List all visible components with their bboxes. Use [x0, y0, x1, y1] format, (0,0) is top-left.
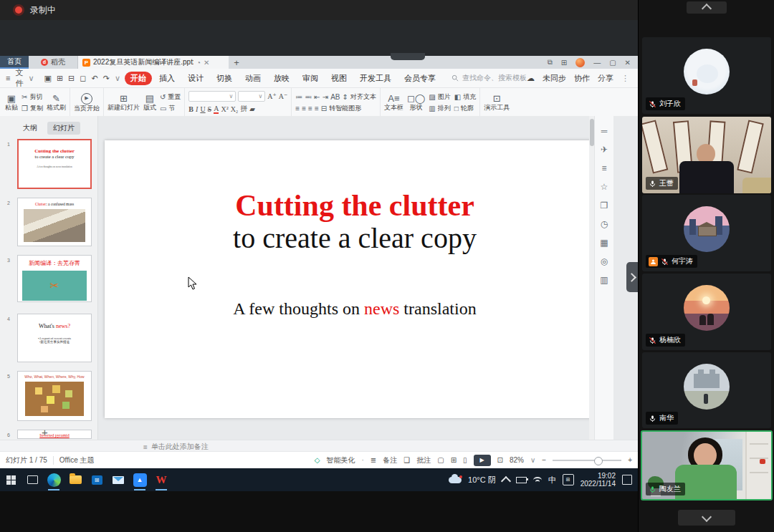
slides-tab[interactable]: 幻灯片: [47, 122, 80, 135]
strikethrough-button[interactable]: S: [208, 105, 212, 113]
close-tab-icon[interactable]: ✕: [204, 59, 209, 67]
copy-button[interactable]: ❐复制: [22, 104, 43, 113]
distribute-icon[interactable]: ⊟: [321, 105, 327, 112]
more-history-caret[interactable]: ∨: [115, 74, 120, 83]
phonetic-button[interactable]: 拼: [240, 104, 247, 114]
ime-pad-icon[interactable]: ⊞: [563, 474, 574, 485]
start-button[interactable]: [0, 468, 22, 491]
main-menu-icon[interactable]: ≡: [6, 74, 10, 82]
slide-canvas[interactable]: Cutting the clutter to create a clear co…: [105, 140, 605, 418]
outline-tab[interactable]: 大纲: [17, 122, 43, 135]
fill-button[interactable]: ◧填充: [454, 92, 476, 102]
text-box-button[interactable]: A≡文本框: [384, 93, 403, 112]
menu-tab-member[interactable]: 会员专享: [398, 72, 441, 85]
navigator-icon[interactable]: ◎: [601, 256, 608, 266]
comments-button[interactable]: 批注: [416, 455, 431, 465]
zoom-level[interactable]: 82%: [510, 456, 524, 464]
menu-tab-insert[interactable]: 插入: [153, 72, 181, 85]
align-left-icon[interactable]: ≡: [295, 105, 300, 112]
notes-bar[interactable]: + ≡单击此处添加备注: [0, 440, 638, 452]
new-slide-button[interactable]: ⊞新建幻灯片: [108, 93, 140, 112]
collaborate-button[interactable]: 协作: [574, 73, 590, 84]
ime-language[interactable]: 中: [548, 475, 556, 485]
menu-tab-slideshow[interactable]: 放映: [268, 72, 295, 85]
slide-thumbnail-3[interactable]: 新闻编译：去芜存菁 ✂: [17, 255, 92, 302]
file-caret-icon[interactable]: ∨: [28, 74, 34, 83]
action-center-icon[interactable]: [622, 475, 632, 485]
zoom-slider[interactable]: [553, 460, 621, 461]
menu-tab-transition[interactable]: 切换: [211, 72, 238, 85]
participant-tile[interactable]: 杨楠欣: [642, 274, 771, 350]
layout-button[interactable]: ▤版式: [143, 93, 156, 112]
panel-expand-button[interactable]: [678, 510, 735, 526]
fit-slide-icon[interactable]: ⊡: [497, 456, 503, 464]
tray-expand-icon[interactable]: [501, 475, 511, 485]
align-center-icon[interactable]: ≡: [302, 105, 306, 112]
outline-button[interactable]: □轮廓: [454, 104, 476, 113]
file-menu[interactable]: 文件: [15, 67, 23, 89]
save-icon[interactable]: ▣: [44, 74, 51, 83]
active-speaker-tile[interactable]: 陶友兰: [641, 430, 773, 500]
more-menu-icon[interactable]: ⋮: [621, 74, 629, 83]
decrease-indent-icon[interactable]: ⇤: [314, 93, 320, 101]
text-direction-icon[interactable]: AB: [330, 93, 340, 101]
share-button[interactable]: 分享: [598, 73, 613, 84]
edge-browser-button[interactable]: [43, 468, 64, 491]
redo-icon[interactable]: ↷: [103, 74, 110, 83]
weather-widget[interactable]: 10°C 阴: [468, 475, 496, 485]
menu-tab-animation[interactable]: 动画: [239, 72, 267, 85]
line-spacing-icon[interactable]: ⇕: [342, 93, 348, 101]
underline-button[interactable]: U: [200, 105, 205, 113]
align-right-icon[interactable]: ≡: [308, 105, 312, 112]
zoom-knob[interactable]: [594, 457, 603, 465]
font-color-button[interactable]: A: [214, 105, 219, 114]
sync-status[interactable]: 未同步: [543, 73, 566, 84]
reading-view-icon[interactable]: ▯: [463, 456, 467, 464]
present-tools-button[interactable]: ⊡演示工具: [484, 93, 510, 112]
arrange-button[interactable]: ▥排列: [429, 104, 450, 113]
increase-indent-icon[interactable]: ⇥: [322, 93, 328, 101]
paste-button[interactable]: ▣粘贴: [5, 93, 18, 112]
close-button[interactable]: ✕: [625, 59, 631, 67]
theme-name[interactable]: Office 主题: [59, 455, 95, 465]
preview-icon[interactable]: ◻: [80, 74, 86, 83]
wps-office-button[interactable]: W: [150, 468, 172, 491]
section-button[interactable]: ▭节: [160, 104, 181, 113]
object-properties-icon[interactable]: ≡: [601, 163, 606, 173]
slide-thumbnail-6[interactable]: Inverted pyramid: [17, 430, 92, 439]
participant-tile[interactable]: 南华: [642, 352, 771, 428]
zoom-in-button[interactable]: +: [628, 456, 632, 464]
align-text-button[interactable]: 对齐文本: [350, 92, 376, 102]
justify-icon[interactable]: ≡: [315, 105, 319, 112]
wifi-icon[interactable]: [533, 477, 542, 483]
zoom-caret[interactable]: ∨: [530, 456, 535, 464]
screen-share-indicator[interactable]: [391, 53, 425, 60]
file-explorer-button[interactable]: [64, 468, 86, 491]
new-tab-button[interactable]: +: [229, 56, 244, 69]
media-library-icon[interactable]: ▦: [600, 238, 608, 248]
timer-icon[interactable]: ◷: [601, 219, 608, 229]
output-icon[interactable]: ⊞: [57, 74, 63, 83]
participant-tile[interactable]: 何宇涛: [642, 195, 771, 271]
slideshow-play-button[interactable]: ▶: [474, 455, 491, 466]
tab-document[interactable]: P 2022复旦英语新闻编译讲座.pptx ◔ ✕: [78, 56, 229, 69]
panel-collapse-button[interactable]: [687, 1, 727, 14]
panel-toggle-handle[interactable]: [626, 262, 638, 292]
all-documents-icon[interactable]: ⊞: [561, 59, 567, 67]
decrease-font-button[interactable]: A⁻: [279, 92, 288, 100]
user-avatar[interactable]: [575, 58, 585, 67]
font-size-select[interactable]: ∨: [238, 91, 265, 102]
layers-icon[interactable]: ❐: [601, 200, 608, 211]
menu-tab-devtools[interactable]: 开发工具: [354, 72, 397, 85]
tab-docer[interactable]: d 稻壳: [29, 56, 78, 69]
menu-tab-home[interactable]: 开始: [125, 72, 152, 85]
maximize-button[interactable]: ▢: [609, 59, 616, 67]
format-painter-button[interactable]: ✎格式刷: [47, 93, 66, 112]
increase-font-button[interactable]: A⁺: [267, 92, 277, 100]
superscript-button[interactable]: X²: [221, 105, 228, 113]
notes-button[interactable]: 备注: [383, 455, 397, 465]
slide-thumbnail-1[interactable]: Cutting the clutter to create a clear co…: [17, 139, 92, 189]
beautify-wand-icon[interactable]: ☆: [601, 182, 608, 192]
store-button[interactable]: ⊞: [86, 468, 108, 491]
menu-tab-view[interactable]: 视图: [325, 72, 353, 85]
